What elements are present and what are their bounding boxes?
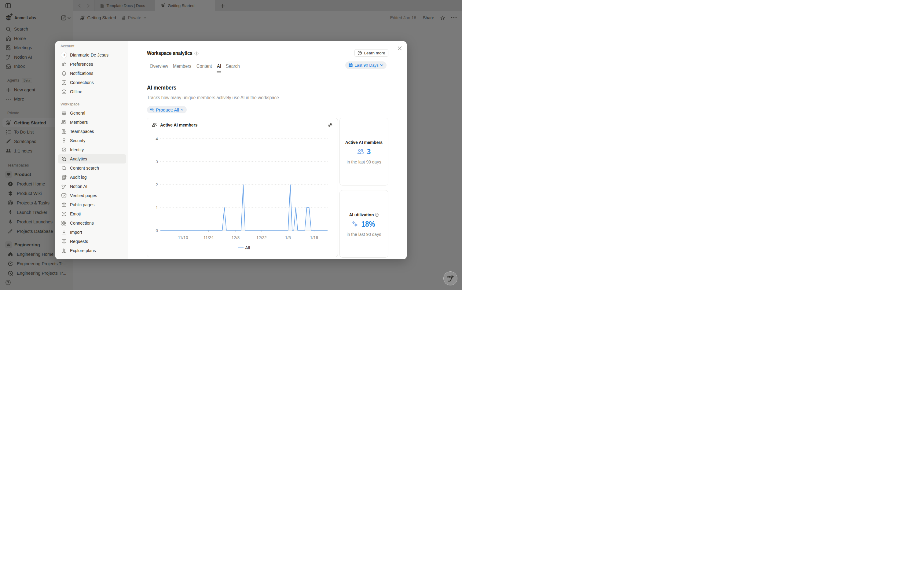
svg-text:1/19: 1/19 <box>310 235 318 240</box>
svg-text:11/10: 11/10 <box>178 235 188 240</box>
svg-text:12/22: 12/22 <box>256 235 267 240</box>
svg-text:All: All <box>245 246 250 250</box>
svg-text:3: 3 <box>155 160 158 164</box>
svg-text:1: 1 <box>155 205 158 210</box>
svg-text:2: 2 <box>155 183 158 187</box>
svg-text:4: 4 <box>155 137 158 141</box>
svg-text:12/8: 12/8 <box>232 235 240 240</box>
svg-text:11/24: 11/24 <box>204 235 214 240</box>
svg-text:0: 0 <box>155 228 158 233</box>
svg-text:1/5: 1/5 <box>285 235 291 240</box>
